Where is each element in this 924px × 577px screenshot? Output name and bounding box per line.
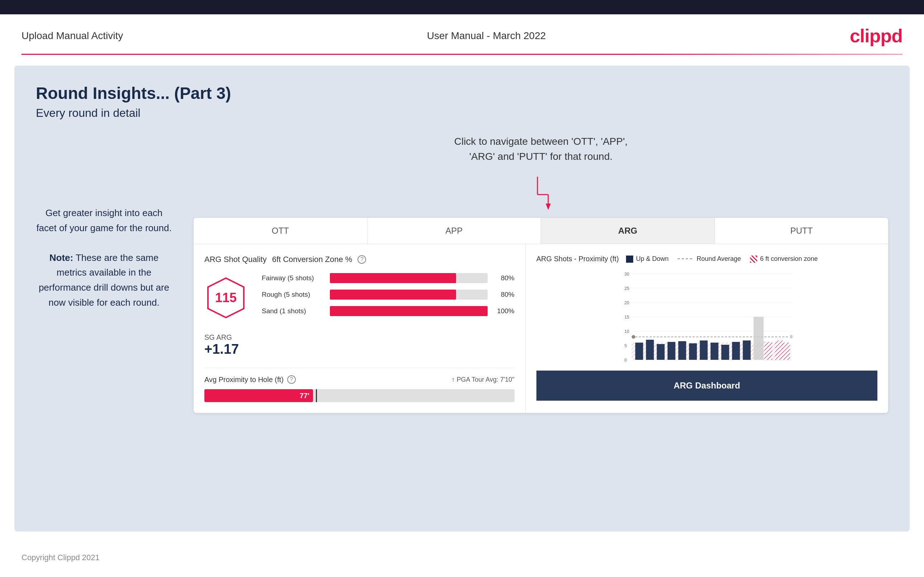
- conversion-title: 6ft Conversion Zone %: [272, 255, 352, 264]
- copyright: Copyright Clippd 2021: [21, 553, 100, 562]
- bar-fill-rough: [330, 290, 456, 300]
- svg-text:5: 5: [624, 343, 627, 348]
- bar-label-fairway: Fairway (5 shots): [262, 274, 325, 282]
- legend-round-avg-label: Round Average: [697, 255, 741, 263]
- legend-up-down: Up & Down: [626, 255, 669, 263]
- bar-container-rough: [330, 290, 488, 300]
- bar-row-sand: Sand (1 shots) 100%: [262, 306, 515, 316]
- navigation-hint: Click to navigate between 'OTT', 'APP','…: [454, 134, 628, 164]
- tab-ott[interactable]: OTT: [194, 218, 368, 244]
- top-bar: [0, 0, 924, 15]
- svg-rect-28: [678, 341, 686, 360]
- hexagon-score: 115: [204, 276, 247, 319]
- chart-area: 30 25 20 15 10 5 0: [536, 270, 877, 371]
- left-section: ARG Shot Quality 6ft Conversion Zone % ?…: [194, 244, 526, 413]
- main-content: Round Insights... (Part 3) Every round i…: [15, 66, 909, 532]
- bar-pct-rough: 80%: [493, 291, 515, 298]
- svg-text:10: 10: [624, 329, 629, 334]
- legend-round-avg: Round Average: [678, 255, 741, 263]
- page-title: Round Insights... (Part 3): [36, 84, 888, 103]
- bar-pct-sand: 100%: [493, 307, 515, 315]
- insight-text-1: Get greater insight into each facet of y…: [36, 208, 171, 233]
- page-subtitle: Every round in detail: [36, 106, 888, 120]
- left-panel: Get greater insight into each facet of y…: [36, 134, 172, 413]
- svg-rect-33: [732, 342, 740, 360]
- right-panel: Click to navigate between 'OTT', 'APP','…: [194, 134, 888, 413]
- svg-text:30: 30: [624, 272, 629, 277]
- svg-text:15: 15: [624, 315, 629, 320]
- proximity-help-icon[interactable]: ?: [287, 375, 296, 384]
- tabs-row: OTT APP ARG PUTT: [194, 218, 888, 244]
- sg-value: +1.17: [204, 342, 515, 357]
- sg-label: SG ARG: [204, 333, 515, 342]
- bar-label-sand: Sand (1 shots): [262, 307, 325, 315]
- header: Upload Manual Activity User Manual - Mar…: [0, 15, 924, 54]
- proximity-value: 77': [300, 392, 309, 400]
- proximity-label: Avg Proximity to Hole (ft): [204, 376, 284, 384]
- legend-up-down-label: Up & Down: [636, 255, 669, 263]
- score-value: 115: [215, 290, 237, 305]
- shot-quality-header: ARG Shot Quality 6ft Conversion Zone % ?: [204, 255, 515, 264]
- svg-rect-35: [753, 317, 763, 360]
- pga-avg: ↑ PGA Tour Avg: 7'10": [451, 376, 514, 384]
- svg-text:25: 25: [624, 286, 629, 291]
- proximity-title: Avg Proximity to Hole (ft) ?: [204, 375, 296, 384]
- chart-header: ARG Shots - Proximity (ft) Up & Down Rou…: [536, 255, 877, 263]
- svg-rect-29: [689, 343, 697, 360]
- proximity-header: Avg Proximity to Hole (ft) ? ↑ PGA Tour …: [204, 375, 515, 384]
- proximity-bar-fill: 77': [204, 389, 313, 402]
- clippd-logo: clippd: [850, 25, 903, 47]
- tab-putt[interactable]: PUTT: [715, 218, 888, 244]
- bar-row-rough: Rough (5 shots) 80%: [262, 290, 515, 300]
- proximity-marker: [316, 389, 317, 402]
- arg-dashboard-button[interactable]: ARG Dashboard: [536, 371, 877, 401]
- svg-rect-36: [764, 342, 772, 360]
- svg-rect-32: [721, 345, 729, 360]
- bar-fill-fairway: [330, 273, 456, 283]
- content-area: Get greater insight into each facet of y…: [36, 134, 888, 413]
- svg-text:20: 20: [624, 300, 629, 305]
- tab-app[interactable]: APP: [368, 218, 541, 244]
- legend-6ft-label: 6 ft conversion zone: [760, 255, 818, 263]
- upload-label[interactable]: Upload Manual Activity: [21, 30, 123, 42]
- arrow-container: [194, 175, 888, 211]
- bar-label-rough: Rough (5 shots): [262, 291, 325, 298]
- tab-arg[interactable]: ARG: [541, 218, 715, 244]
- svg-text:0: 0: [624, 358, 627, 363]
- dashboard-card: OTT APP ARG PUTT ARG Shot Quality 6ft Co…: [194, 218, 888, 413]
- insight-text: Get greater insight into each facet of y…: [36, 206, 172, 310]
- svg-rect-26: [656, 344, 664, 360]
- svg-rect-24: [635, 343, 643, 360]
- svg-rect-25: [646, 340, 654, 360]
- header-divider: [21, 54, 903, 55]
- help-icon[interactable]: ?: [357, 255, 366, 264]
- bar-container-fairway: [330, 273, 488, 283]
- shot-quality-bars: Fairway (5 shots) 80% Rough (5 shots): [262, 273, 515, 322]
- insight-note: Note:: [50, 252, 73, 263]
- bar-container-sand: [330, 306, 488, 316]
- right-section: ARG Shots - Proximity (ft) Up & Down Rou…: [526, 244, 888, 413]
- svg-rect-27: [667, 342, 675, 360]
- legend-up-down-icon: [626, 256, 633, 263]
- svg-point-20: [632, 335, 635, 338]
- legend-items: Up & Down Round Average 6 ft conversion …: [626, 255, 818, 263]
- chart-title: ARG Shots - Proximity (ft): [536, 255, 619, 263]
- legend-6ft: 6 ft conversion zone: [750, 255, 818, 263]
- bar-pct-fairway: 80%: [493, 274, 515, 282]
- svg-rect-37: [775, 340, 783, 360]
- dashboard-body: ARG Shot Quality 6ft Conversion Zone % ?…: [194, 244, 888, 413]
- bar-row-fairway: Fairway (5 shots) 80%: [262, 273, 515, 283]
- hexagon-score-area: 115 Fairway (5 shots) 80%: [204, 273, 515, 322]
- doc-title: User Manual - March 2022: [427, 30, 546, 42]
- navigation-arrow: [527, 175, 556, 211]
- shot-quality-title: ARG Shot Quality: [204, 255, 267, 264]
- bar-fill-sand: [330, 306, 488, 316]
- svg-rect-34: [743, 340, 750, 360]
- footer: Copyright Clippd 2021: [0, 542, 924, 573]
- legend-6ft-icon: [750, 256, 757, 263]
- proximity-section: Avg Proximity to Hole (ft) ? ↑ PGA Tour …: [204, 368, 515, 402]
- svg-rect-31: [710, 343, 718, 360]
- svg-rect-38: [782, 343, 790, 360]
- sg-section: SG ARG +1.17: [204, 333, 515, 357]
- legend-round-avg-icon: [678, 258, 692, 259]
